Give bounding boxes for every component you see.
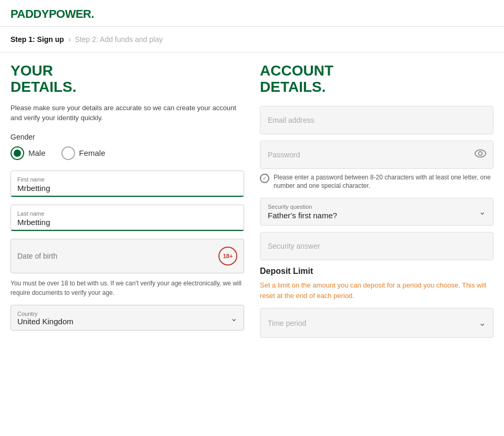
eye-icon[interactable] — [475, 149, 486, 160]
time-period-chevron-icon: ⌄ — [479, 318, 486, 328]
dob-note: You must be over 18 to bet with us. If w… — [10, 279, 244, 297]
title-line1: YOUR — [10, 63, 244, 79]
last-name-field: Last name — [10, 205, 244, 231]
country-label: Country — [17, 311, 230, 317]
right-column: ACCOUNT DETAILS. ✓ Please enter a passwo… — [260, 63, 494, 338]
deposit-limit-desc: Set a limit on the amount you can deposi… — [260, 280, 494, 301]
male-radio-inner — [14, 150, 21, 157]
female-radio[interactable] — [61, 146, 75, 160]
age-badge: 18+ — [218, 247, 237, 265]
dob-group[interactable]: Date of birth 18+ — [10, 239, 244, 273]
dob-label: Date of birth — [17, 252, 57, 260]
email-input[interactable] — [260, 106, 494, 134]
country-dropdown-inner: Country United Kingdom — [17, 311, 230, 326]
security-question-chevron-icon: ⌄ — [479, 207, 486, 217]
gender-female-option[interactable]: Female — [61, 146, 106, 160]
password-input[interactable] — [260, 141, 494, 169]
male-radio[interactable] — [10, 146, 24, 160]
password-wrapper — [260, 141, 494, 169]
security-question-inner: Security question Father's first name? — [268, 204, 479, 220]
password-hint: ✓ Please enter a password between 8-20 c… — [260, 173, 494, 191]
time-period-placeholder: Time period — [268, 319, 306, 327]
male-label: Male — [28, 148, 46, 157]
steps-chevron: › — [68, 35, 71, 44]
first-name-input[interactable] — [17, 184, 237, 193]
gender-male-option[interactable]: Male — [10, 146, 46, 160]
first-name-label: First name — [17, 176, 237, 183]
svg-point-1 — [479, 152, 482, 155]
title-line2: DETAILS. — [10, 79, 244, 95]
section-description: Please make sure your details are accura… — [10, 103, 244, 123]
step1-label: Step 1: Sign up — [10, 35, 64, 44]
header: PADDYPOWER. — [0, 0, 504, 27]
logo: PADDYPOWER. — [10, 7, 494, 21]
logo-text: PADDYPOWER — [10, 7, 91, 20]
first-name-field: First name — [10, 171, 244, 197]
account-title-line2: DETAILS. — [260, 79, 494, 95]
step2-label: Step 2: Add funds and play — [75, 35, 163, 44]
logo-dot: . — [91, 7, 94, 20]
svg-point-0 — [475, 150, 486, 157]
your-details-title: YOUR DETAILS. — [10, 63, 244, 95]
deposit-limit-title: Deposit Limit — [260, 267, 494, 276]
check-circle-icon: ✓ — [260, 174, 269, 183]
security-question-value: Father's first name? — [268, 211, 337, 220]
security-answer-input[interactable] — [260, 232, 494, 260]
field-underline-last — [11, 230, 244, 231]
security-question-label: Security question — [268, 204, 479, 210]
left-column: YOUR DETAILS. Please make sure your deta… — [10, 63, 244, 338]
time-period-dropdown[interactable]: Time period ⌄ — [260, 308, 494, 338]
gender-options: Male Female — [10, 146, 244, 160]
country-dropdown[interactable]: Country United Kingdom ⌄ — [10, 305, 244, 331]
gender-label: Gender — [10, 133, 244, 141]
female-label: Female — [79, 148, 106, 157]
password-hint-text: Please enter a password between 8-20 cha… — [274, 173, 494, 191]
country-value: United Kingdom — [17, 317, 74, 326]
field-underline — [11, 196, 244, 197]
main-content: YOUR DETAILS. Please make sure your deta… — [0, 52, 504, 348]
account-details-title: ACCOUNT DETAILS. — [260, 63, 494, 95]
steps-bar: Step 1: Sign up › Step 2: Add funds and … — [0, 27, 504, 52]
last-name-input[interactable] — [17, 218, 237, 227]
country-chevron-icon: ⌄ — [230, 313, 237, 323]
last-name-label: Last name — [17, 210, 237, 217]
security-question-dropdown[interactable]: Security question Father's first name? ⌄ — [260, 198, 494, 226]
account-title-line1: ACCOUNT — [260, 63, 494, 79]
